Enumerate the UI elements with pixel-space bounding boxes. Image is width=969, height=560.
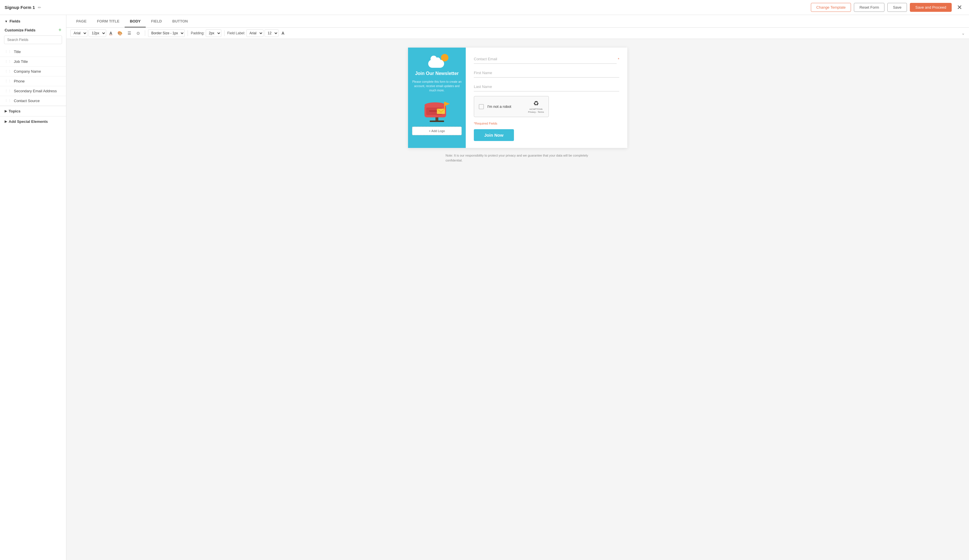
reset-form-button[interactable]: Reset Form <box>854 3 884 12</box>
highlight-icon: 🎨 <box>117 31 122 35</box>
close-button[interactable]: ✕ <box>954 3 964 12</box>
tab-form-title[interactable]: FORM TITLE <box>92 16 125 27</box>
last-name-input[interactable] <box>474 82 619 91</box>
last-name-field-group <box>474 82 619 91</box>
drag-handle-icon: ⋮⋮ <box>5 89 12 93</box>
required-dot: * <box>618 57 619 61</box>
tab-field[interactable]: FIELD <box>146 16 167 27</box>
align-icon: ☰ <box>128 31 131 35</box>
topics-label: Topics <box>9 109 20 113</box>
header-right: Change Template Reset Form Save Save and… <box>811 3 964 12</box>
field-label-size-select[interactable]: 12 <box>265 30 278 37</box>
svg-rect-1 <box>430 121 444 122</box>
align-button[interactable]: ☰ <box>125 30 133 37</box>
recaptcha-icon: ♻ <box>533 100 539 107</box>
form-right-panel: * I'm not a robot ♻ <box>466 48 627 148</box>
font-family-select[interactable]: Arial <box>70 30 87 37</box>
field-item-phone[interactable]: ⋮⋮ Phone <box>0 76 66 86</box>
padding-group: Padding: 2px <box>191 30 221 37</box>
change-template-button[interactable]: Change Template <box>811 3 851 12</box>
field-item-company-name[interactable]: ⋮⋮ Company Name <box>0 66 66 76</box>
captcha-sub: Privacy - Terms <box>528 111 544 113</box>
add-logo-button[interactable]: + Add Logo <box>412 126 462 135</box>
highlight-color-button[interactable]: 🎨 <box>115 30 124 37</box>
first-name-field-group <box>474 68 619 78</box>
contact-email-input[interactable] <box>474 55 617 64</box>
border-size-select[interactable]: Border Size - 1px <box>148 30 185 37</box>
cloud-icon <box>428 60 444 68</box>
captcha-label: I'm not a robot <box>488 105 524 109</box>
newsletter-title: Join Our Newsletter <box>415 71 458 77</box>
captcha-checkbox[interactable] <box>479 104 484 109</box>
join-now-button[interactable]: Join Now <box>474 129 514 141</box>
field-label-text-color-button[interactable]: A <box>280 30 286 37</box>
drag-handle-icon: ⋮⋮ <box>5 60 12 63</box>
field-item-title[interactable]: ⋮⋮ Title <box>0 47 66 57</box>
text-color-icon: A <box>109 31 112 35</box>
drag-handle-icon: ⋮⋮ <box>5 99 12 103</box>
field-label-secondary-email: Secondary Email Address <box>14 89 57 93</box>
privacy-note: Note: It is our responsibility to protec… <box>446 153 590 163</box>
sidebar: ▼ Fields Customize Fields + ⋮⋮ Title ⋮⋮ … <box>0 15 67 560</box>
customize-fields-label: Customize Fields <box>5 28 35 32</box>
tab-body[interactable]: BODY <box>125 16 146 27</box>
special-elements-label: Add Special Elements <box>9 120 48 124</box>
form-preview: Join Our Newsletter Please complete this… <box>408 48 627 148</box>
fields-arrow-icon: ▼ <box>5 20 8 23</box>
save-button[interactable]: Save <box>887 3 907 12</box>
field-label-label: Field Label: <box>227 31 245 35</box>
save-and-proceed-button[interactable]: Save and Proceed <box>910 3 952 12</box>
newsletter-illustration: Join Our Newsletter Please complete this… <box>412 53 462 135</box>
background-icon: ⊙ <box>137 31 140 35</box>
edit-title-icon[interactable]: ✏ <box>38 5 41 10</box>
field-label-a-icon: A <box>281 31 285 35</box>
special-elements-arrow-icon: ▶ <box>5 120 7 123</box>
form-left-panel: Join Our Newsletter Please complete this… <box>408 48 466 148</box>
tab-page[interactable]: PAGE <box>71 16 92 27</box>
mailbox-icon <box>421 96 453 123</box>
field-label-title: Title <box>14 50 21 54</box>
drag-handle-icon: ⋮⋮ <box>5 70 12 73</box>
field-label-phone: Phone <box>14 79 25 83</box>
padding-select[interactable]: 2px <box>206 30 221 37</box>
header-left: Signup Form 1 ✏ <box>5 5 41 10</box>
text-color-button[interactable]: A <box>107 30 114 37</box>
field-label-company-name: Company Name <box>14 69 41 73</box>
toolbar-divider-2 <box>188 30 188 36</box>
cloud-group <box>425 53 448 68</box>
first-name-input[interactable] <box>474 68 619 78</box>
svg-point-3 <box>425 102 446 108</box>
font-size-select[interactable]: 12px <box>88 30 106 37</box>
drag-handle-icon: ⋮⋮ <box>5 79 12 83</box>
main-content: PAGE FORM TITLE BODY FIELD BUTTON Arial … <box>67 15 969 560</box>
tabs-bar: PAGE FORM TITLE BODY FIELD BUTTON <box>67 15 969 28</box>
topics-section-toggle[interactable]: ▶ Topics <box>0 106 66 116</box>
newsletter-description: Please complete this form to create an a… <box>412 80 462 93</box>
field-label-group: Field Label: Arial 12 A <box>227 30 286 37</box>
add-field-button[interactable]: + <box>58 27 62 33</box>
drag-handle-icon: ⋮⋮ <box>5 50 12 54</box>
field-item-job-title[interactable]: ⋮⋮ Job Title <box>0 57 66 66</box>
contact-email-field-group: * <box>474 55 619 64</box>
special-elements-section-toggle[interactable]: ▶ Add Special Elements <box>0 116 66 126</box>
expand-toolbar-icon[interactable]: ⌄ <box>961 31 965 35</box>
canvas: Join Our Newsletter Please complete this… <box>67 39 969 560</box>
mailbox-area <box>412 96 462 123</box>
field-item-contact-source[interactable]: ⋮⋮ Contact Source <box>0 96 66 106</box>
field-label-job-title: Job Title <box>14 60 28 64</box>
toolbar-divider-3 <box>224 30 225 36</box>
required-fields-note: *Required Fields <box>474 122 619 125</box>
fields-section-toggle[interactable]: ▼ Fields <box>0 15 66 26</box>
sky-area <box>412 53 462 68</box>
tab-button[interactable]: BUTTON <box>167 16 193 27</box>
field-label-font-select[interactable]: Arial <box>246 30 263 37</box>
field-item-secondary-email[interactable]: ⋮⋮ Secondary Email Address <box>0 86 66 96</box>
border-group: Border Size - 1px <box>148 30 185 37</box>
main-layout: ▼ Fields Customize Fields + ⋮⋮ Title ⋮⋮ … <box>0 15 969 560</box>
search-fields-input[interactable] <box>4 35 62 44</box>
captcha-box[interactable]: I'm not a robot ♻ reCAPTCHAPrivacy - Ter… <box>474 96 549 117</box>
field-label-contact-source: Contact Source <box>14 99 40 103</box>
font-group: Arial 12px A 🎨 ☰ ⊙ <box>70 30 142 37</box>
toolbar: Arial 12px A 🎨 ☰ ⊙ <box>67 28 969 39</box>
background-button[interactable]: ⊙ <box>135 30 142 37</box>
